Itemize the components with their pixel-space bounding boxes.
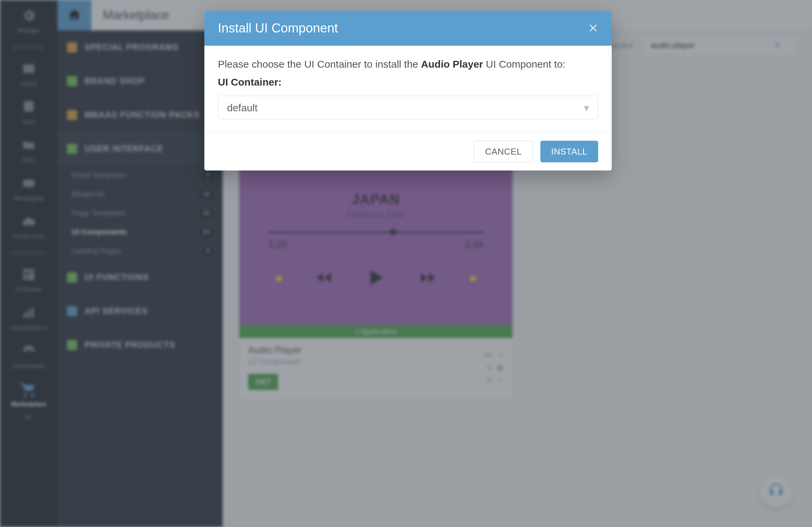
message-prefix: Please choose the UI Container to instal…	[218, 59, 421, 70]
modal-body: Please choose the UI Container to instal…	[204, 46, 612, 132]
modal-title: Install UI Component	[218, 21, 338, 35]
close-icon: ✕	[588, 21, 598, 35]
modal-footer: CANCEL INSTALL	[204, 132, 612, 171]
message-suffix: UI Component to:	[483, 59, 565, 70]
chevron-down-icon: ▾	[584, 100, 589, 115]
install-button[interactable]: INSTALL	[540, 141, 598, 162]
modal-message: Please choose the UI Container to instal…	[218, 57, 598, 72]
close-button[interactable]: ✕	[588, 21, 598, 35]
install-modal: Install UI Component ✕ Please choose the…	[204, 11, 612, 171]
ui-container-select[interactable]: default ▾	[218, 96, 598, 119]
cancel-button[interactable]: CANCEL	[474, 141, 533, 162]
message-component-name: Audio Player	[421, 59, 483, 70]
select-label: UI Container:	[218, 76, 281, 88]
modal-header: Install UI Component ✕	[204, 11, 612, 46]
select-value: default	[227, 100, 258, 115]
